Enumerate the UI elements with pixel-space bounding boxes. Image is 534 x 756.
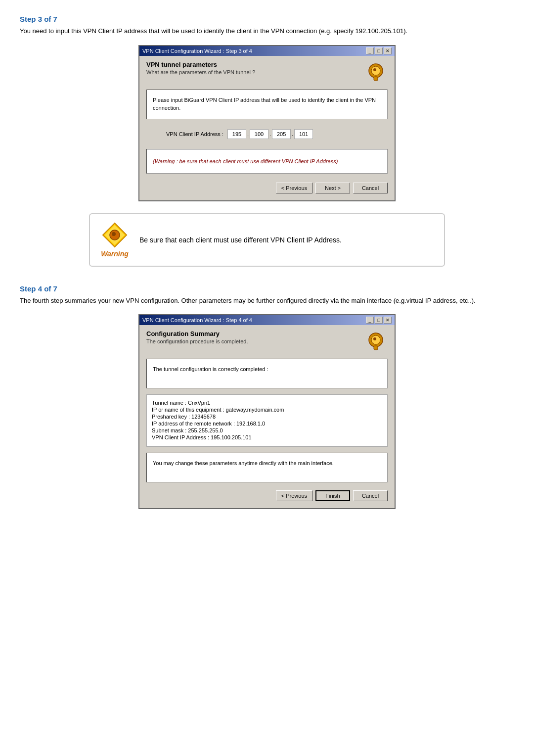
step4-dialog-footer: < Previous Finish Cancel <box>146 488 388 501</box>
step4-description: The fourth step summaries your new VPN c… <box>20 296 514 306</box>
step4-minimize-button[interactable]: _ <box>366 317 374 324</box>
step4-completed-box: The tunnel configuration is correctly co… <box>146 359 388 388</box>
step3-warning-text: (Warning : be sure that each client must… <box>153 158 338 164</box>
vpn-client-ip: VPN Client IP Address : 195.100.205.101 <box>152 434 382 440</box>
step4-dialog: VPN Client Configuration Wizard : Step 4… <box>138 314 396 509</box>
step3-dialog-body: VPN tunnel parameters What are the param… <box>139 56 395 200</box>
step3-dialog-footer: < Previous Next > Cancel <box>146 181 388 193</box>
ip-octet1-input[interactable] <box>227 129 246 139</box>
ip-octet3-input[interactable] <box>272 129 291 139</box>
step4-titlebar-buttons: _ □ ✕ <box>366 317 392 324</box>
svg-point-10 <box>373 337 376 340</box>
titlebar-buttons: _ □ ✕ <box>366 47 392 54</box>
step4-restore-button[interactable]: □ <box>375 317 383 324</box>
ip-octet2-input[interactable] <box>250 129 268 139</box>
ip-sep-1: . <box>247 131 249 137</box>
step4-dialog-title: VPN Client Configuration Wizard : Step 4… <box>142 317 252 323</box>
step3-header-text: VPN tunnel parameters What are the param… <box>146 61 255 75</box>
step4-previous-button[interactable]: < Previous <box>276 490 312 501</box>
step3-warning-box: (Warning : be sure that each client must… <box>146 149 388 174</box>
step3-dialog-titlebar: VPN Client Configuration Wizard : Step 3… <box>139 46 395 56</box>
vpn-icon-svg <box>364 61 388 85</box>
step4-title: Step 4 of 7 <box>20 284 514 293</box>
step3-previous-button[interactable]: < Previous <box>276 183 312 193</box>
svg-point-2 <box>373 68 376 71</box>
close-button[interactable]: ✕ <box>384 47 392 54</box>
step3-dialog-subheading: What are the parameters of the VPN tunne… <box>146 69 255 75</box>
step4-dialog-titlebar: VPN Client Configuration Wizard : Step 4… <box>139 315 395 325</box>
step3-content-text: Please input BiGuard VPN Client IP addre… <box>153 96 381 112</box>
remote-network: IP address of the remote network : 192.1… <box>152 421 382 426</box>
svg-rect-3 <box>374 77 378 81</box>
step3-dialog-header: VPN tunnel parameters What are the param… <box>146 61 388 85</box>
step4-vpn-icon-svg <box>364 330 388 354</box>
step4-dialog-header: Configuration Summary The configuration … <box>146 330 388 354</box>
step3-dialog-title: VPN Client Configuration Wizard : Step 3… <box>142 48 252 54</box>
step3-dialog: VPN Client Configuration Wizard : Step 3… <box>138 45 396 201</box>
step3-dialog-icon <box>364 61 388 85</box>
warning-callout: Warning Be sure that each client must us… <box>89 213 445 267</box>
ip-sep-2: . <box>269 131 271 137</box>
step4-header-text: Configuration Summary The configuration … <box>146 330 248 344</box>
step3-dialog-heading: VPN tunnel parameters <box>146 61 255 68</box>
step4-dialog-icon <box>364 330 388 354</box>
svg-rect-11 <box>374 346 378 350</box>
step4-change-box: You may change these parameters anytime … <box>146 453 388 482</box>
tunnel-name: Tunnel name : CnxVpn1 <box>152 400 382 406</box>
ip-input-row: VPN Client IP Address : . . . <box>166 129 388 139</box>
svg-point-7 <box>112 232 116 236</box>
config-summary-box: Tunnel name : CnxVpn1 IP or name of this… <box>146 394 388 447</box>
step4-completed-text: The tunnel configuration is correctly co… <box>153 365 381 374</box>
step4-cancel-button[interactable]: Cancel <box>353 490 388 501</box>
warning-callout-text: Be sure that each client must use differ… <box>139 236 342 244</box>
step3-cancel-button[interactable]: Cancel <box>353 183 388 193</box>
step4-dialog-body: Configuration Summary The configuration … <box>139 325 395 508</box>
warning-icon-container: Warning <box>100 222 130 258</box>
ip-sep-3: . <box>292 131 293 137</box>
warning-label: Warning <box>101 250 129 258</box>
subnet-mask: Subnet mask : 255.255.255.0 <box>152 427 382 433</box>
step4-close-button[interactable]: ✕ <box>384 317 392 324</box>
step3-next-button[interactable]: Next > <box>315 183 350 193</box>
warning-diamond-icon <box>102 222 128 248</box>
step3-title: Step 3 of 7 <box>20 15 514 23</box>
step4-dialog-subheading: The configuration procedure is completed… <box>146 338 248 344</box>
step4-change-text: You may change these parameters anytime … <box>153 459 381 468</box>
tunnel-ip: IP or name of this equipment : gateway.m… <box>152 407 382 413</box>
restore-button[interactable]: □ <box>375 47 383 54</box>
step3-content-box: Please input BiGuard VPN Client IP addre… <box>146 90 388 119</box>
ip-octet4-input[interactable] <box>294 129 313 139</box>
step4-dialog-heading: Configuration Summary <box>146 330 248 337</box>
minimize-button[interactable]: _ <box>366 47 374 54</box>
step4-finish-button[interactable]: Finish <box>315 490 350 501</box>
step3-description: You need to input this VPN Client IP add… <box>20 26 514 36</box>
ip-label: VPN Client IP Address : <box>166 131 223 137</box>
preshared-key: Preshared key : 12345678 <box>152 414 382 420</box>
